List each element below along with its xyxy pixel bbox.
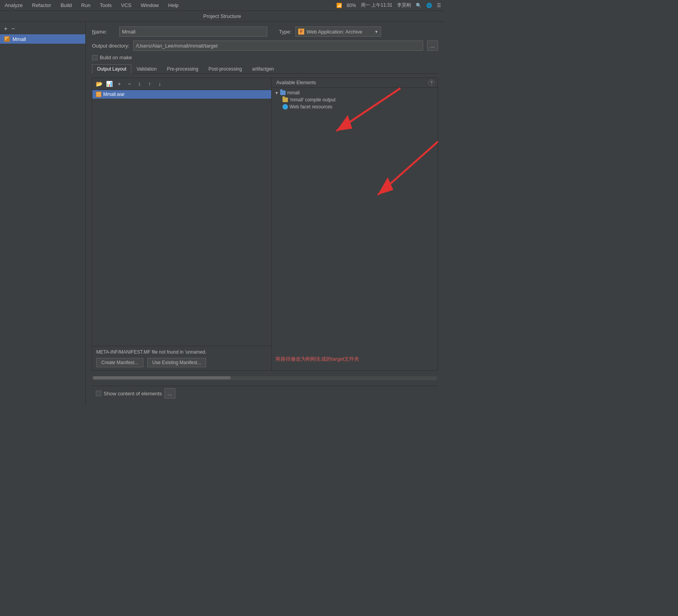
artifacts-area: 📂 📊 + − ↕ ↑ ↓ Mmall.war xyxy=(92,78,438,371)
sidebar: + − Mmall xyxy=(0,22,86,405)
manifest-buttons: Create Manifest... Use Existing Manifest… xyxy=(96,358,267,367)
artifact-toolbar: 📂 📊 + − ↕ ↑ ↓ xyxy=(92,78,271,90)
avail-item-compile-output[interactable]: 'mmall' compile output xyxy=(272,96,438,103)
menu-window[interactable]: Window xyxy=(139,2,160,9)
outdir-label: Output directory: xyxy=(92,43,129,49)
module-folder-icon xyxy=(280,90,286,95)
siri-icon[interactable]: 🌐 xyxy=(426,3,432,8)
outdir-browse-button[interactable]: ... xyxy=(427,41,438,51)
avail-item-web-resources[interactable]: 🌐 Web facet resources xyxy=(272,103,438,110)
battery-status: 80% xyxy=(347,3,356,8)
layout-button[interactable]: 📊 xyxy=(105,80,113,88)
build-on-make-label: Build on make xyxy=(100,55,132,60)
menu-refactor[interactable]: Refactor xyxy=(30,2,53,9)
annotation-text: 将路径修改为刚刚生成的target文件夹 xyxy=(275,356,359,362)
menu-vcs[interactable]: VCS xyxy=(120,2,133,9)
tree-item-mmallwar[interactable]: Mmall.war xyxy=(92,90,271,99)
name-input[interactable] xyxy=(119,27,267,37)
add-element-button[interactable]: + xyxy=(115,80,124,88)
name-label: Name: xyxy=(92,29,115,35)
remove-element-button[interactable]: − xyxy=(125,80,134,88)
tabs-bar: Output Layout Validation Pre-processing … xyxy=(92,64,438,74)
sidebar-controls: + − xyxy=(0,23,85,34)
artifact-tree: 📂 📊 + − ↕ ↑ ↓ Mmall.war xyxy=(92,78,272,370)
annotation-container: 将路径修改为刚刚生成的target文件夹 xyxy=(272,348,438,370)
tab-preprocessing[interactable]: Pre-processing xyxy=(162,64,203,73)
available-tree: ▼ mmall 'mmall' compile output 🌐 Web fac… xyxy=(272,88,438,348)
web-facet-icon: 🌐 xyxy=(282,104,288,110)
avail-item-mmall-label: mmall xyxy=(287,90,300,96)
name-row: Name: Type: 🏺 Web Application: Archive ▼ xyxy=(92,27,438,37)
outdir-input[interactable] xyxy=(133,41,423,51)
use-existing-manifest-button[interactable]: Use Existing Manifest... xyxy=(147,358,206,367)
tab-postprocessing[interactable]: Post-processing xyxy=(203,64,247,73)
outdir-row: Output directory: ... xyxy=(92,41,438,51)
dropdown-arrow-icon: ▼ xyxy=(374,30,378,34)
available-title: Available Elements xyxy=(275,80,316,85)
type-label: Type: xyxy=(279,29,291,35)
menu-analyze[interactable]: Analyze xyxy=(3,2,24,9)
show-content-label: Show content of elements xyxy=(104,391,162,397)
titlebar: Project Structure xyxy=(0,11,444,22)
datetime: 周一 上午11:31 xyxy=(361,2,392,9)
menu-build[interactable]: Build xyxy=(59,2,73,9)
avail-item-compile-label: 'mmall' compile output xyxy=(290,97,335,103)
sidebar-item-mmall[interactable]: Mmall xyxy=(0,34,85,44)
wifi-icon: 📶 xyxy=(336,3,342,8)
open-folder-button[interactable]: 📂 xyxy=(95,80,103,88)
show-content-options-button[interactable]: ... xyxy=(164,388,175,398)
compile-output-icon xyxy=(282,97,288,102)
artifacts-wrapper: 📂 📊 + − ↕ ↑ ↓ Mmall.war xyxy=(92,78,438,371)
menu-icon[interactable]: ☰ xyxy=(437,3,441,8)
username: 李昊刚 xyxy=(397,2,411,9)
tab-artifactgen[interactable]: artifactgen xyxy=(247,64,279,73)
content-area: Name: Type: 🏺 Web Application: Archive ▼… xyxy=(86,22,444,405)
bottom-area: META-INF/MANIFEST.MF file not found in '… xyxy=(92,346,271,370)
main-container: + − Mmall Name: Type: 🏺 Web Application:… xyxy=(0,22,444,405)
tab-output-layout[interactable]: Output Layout xyxy=(92,64,131,74)
menu-tools[interactable]: Tools xyxy=(98,2,113,9)
artifact-icon xyxy=(4,36,10,42)
type-value: Web Application: Archive xyxy=(307,29,362,35)
available-header: Available Elements ? xyxy=(272,78,438,88)
show-content-row: Show content of elements ... xyxy=(92,386,438,401)
type-icon: 🏺 xyxy=(298,28,304,35)
avail-item-web-label: Web facet resources xyxy=(290,104,332,110)
tree-item-label: Mmall.war xyxy=(103,92,125,97)
remove-artifact-button[interactable]: − xyxy=(11,25,16,33)
menu-help[interactable]: Help xyxy=(167,2,180,9)
tab-validation[interactable]: Validation xyxy=(131,64,162,73)
type-dropdown[interactable]: 🏺 Web Application: Archive ▼ xyxy=(295,27,381,37)
create-manifest-button[interactable]: Create Manifest... xyxy=(96,358,143,367)
manifest-warning: META-INF/MANIFEST.MF file not found in '… xyxy=(96,349,267,355)
help-button[interactable]: ? xyxy=(428,80,434,86)
search-icon[interactable]: 🔍 xyxy=(416,3,422,8)
add-artifact-button[interactable]: + xyxy=(3,25,8,33)
build-on-make-checkbox[interactable] xyxy=(92,55,97,60)
sort-button[interactable]: ↕ xyxy=(135,80,144,88)
sidebar-item-label: Mmall xyxy=(12,36,26,42)
move-up-button[interactable]: ↑ xyxy=(145,80,154,88)
available-panel: Available Elements ? ▼ mmall 'mmall' com… xyxy=(272,78,438,370)
horizontal-scrollbar-container[interactable] xyxy=(92,375,438,382)
menu-run[interactable]: Run xyxy=(79,2,92,9)
menubar: Analyze Refactor Build Run Tools VCS Win… xyxy=(0,0,444,11)
expand-arrow-icon: ▼ xyxy=(275,91,279,95)
avail-item-mmall[interactable]: ▼ mmall xyxy=(272,89,438,96)
artifact-tree-content: Mmall.war xyxy=(92,90,271,346)
scrollbar-thumb xyxy=(93,376,231,379)
show-content-checkbox[interactable] xyxy=(96,391,101,396)
horizontal-scrollbar[interactable] xyxy=(93,376,437,380)
war-file-icon xyxy=(95,91,102,97)
dialog-title: Project Structure xyxy=(203,13,241,19)
build-row: Build on make xyxy=(92,55,438,60)
menubar-right: 📶 80% 周一 上午11:31 李昊刚 🔍 🌐 ☰ xyxy=(336,2,441,9)
move-down-button[interactable]: ↓ xyxy=(155,80,164,88)
